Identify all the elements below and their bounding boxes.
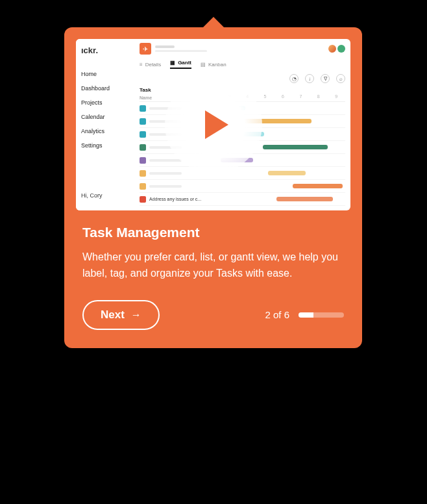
preview-nav-item: Dashboard xyxy=(81,81,129,95)
card-pointer xyxy=(203,17,224,27)
clock-icon: ◔ xyxy=(289,74,299,83)
card-description: Whether you prefer card, list, or gantt … xyxy=(82,249,344,282)
preview-tabs: ≡Details▦Gantt▤Kanban xyxy=(140,60,345,69)
avatar-icon xyxy=(337,45,345,53)
progress-bar xyxy=(299,312,344,318)
task-color-chip xyxy=(140,105,146,112)
task-color-chip xyxy=(140,144,146,151)
gantt-bar xyxy=(276,197,332,201)
download-icon: ↓ xyxy=(305,74,314,83)
preview-tab: ≡Details xyxy=(140,62,161,68)
preview-tab: ▦Gantt xyxy=(170,60,191,69)
gantt-row: Address any issues or c... xyxy=(140,193,345,206)
gantt-bar xyxy=(293,184,343,188)
preview-nav-item: Analytics xyxy=(81,124,129,138)
preview-nav-item: Settings xyxy=(81,138,129,153)
onboarding-card: ıckr. HomeDashboardProjectsCalendarAnaly… xyxy=(64,27,362,348)
next-button[interactable]: Next → xyxy=(82,300,160,330)
preview-logo: ıckr. xyxy=(81,45,129,55)
avatar-icon xyxy=(328,45,336,53)
preview-nav-item: Calendar xyxy=(81,110,129,124)
card-content: Task Management Whether you prefer card,… xyxy=(64,210,362,348)
card-heading: Task Management xyxy=(82,225,344,240)
card-footer: Next → 2 of 6 xyxy=(82,300,344,330)
task-color-chip xyxy=(140,196,146,203)
rocket-icon: ✈ xyxy=(140,43,151,55)
preview-toolbar: ◔ ↓ ∇ ⌕ xyxy=(140,74,345,83)
preview-title-placeholder xyxy=(155,45,324,52)
preview-nav-item: Projects xyxy=(81,95,129,110)
preview-tab: ▤Kanban xyxy=(201,62,226,68)
task-column-header: Task xyxy=(140,87,151,93)
preview-topbar: ✈ xyxy=(140,43,345,55)
preview-nav-item: Home xyxy=(81,67,129,81)
arrow-right-icon: → xyxy=(131,309,141,321)
progress-indicator: 2 of 6 xyxy=(265,309,344,320)
task-color-chip xyxy=(140,170,146,177)
screenshot-preview[interactable]: ıckr. HomeDashboardProjectsCalendarAnaly… xyxy=(76,39,350,210)
progress-fill xyxy=(299,312,313,318)
preview-sidebar: ıckr. HomeDashboardProjectsCalendarAnaly… xyxy=(76,39,134,210)
next-button-label: Next xyxy=(101,309,125,321)
task-color-chip xyxy=(140,157,146,164)
task-color-chip xyxy=(140,131,146,138)
search-icon: ⌕ xyxy=(336,74,345,83)
gantt-row xyxy=(140,167,345,180)
filter-icon: ∇ xyxy=(321,74,330,83)
gantt-row xyxy=(140,180,345,193)
preview-greeting: Hi, Cory xyxy=(81,192,103,199)
play-icon xyxy=(205,110,228,139)
task-color-chip xyxy=(140,118,146,125)
play-button[interactable] xyxy=(165,76,262,173)
task-color-chip xyxy=(140,183,146,190)
gantt-bar xyxy=(268,171,306,175)
gantt-bar xyxy=(263,145,328,149)
progress-label: 2 of 6 xyxy=(265,309,289,320)
